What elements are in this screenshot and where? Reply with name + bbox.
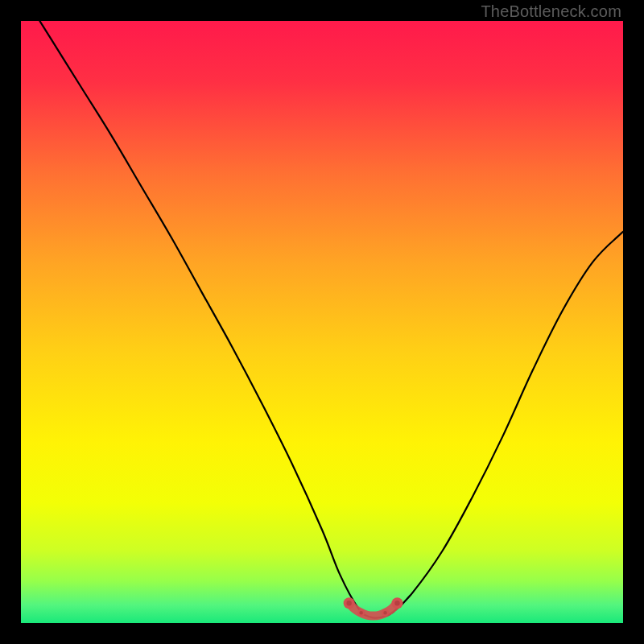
curve-layer (21, 21, 623, 623)
svg-point-6 (383, 611, 386, 614)
valley-marker (344, 597, 403, 616)
chart-stage: TheBottleneck.com (0, 0, 644, 644)
svg-point-2 (346, 601, 351, 605)
svg-point-4 (359, 611, 362, 614)
svg-point-8 (394, 601, 399, 605)
watermark-text: TheBottleneck.com (481, 2, 621, 21)
plot-area (21, 21, 623, 623)
bottleneck-curve (21, 21, 623, 618)
